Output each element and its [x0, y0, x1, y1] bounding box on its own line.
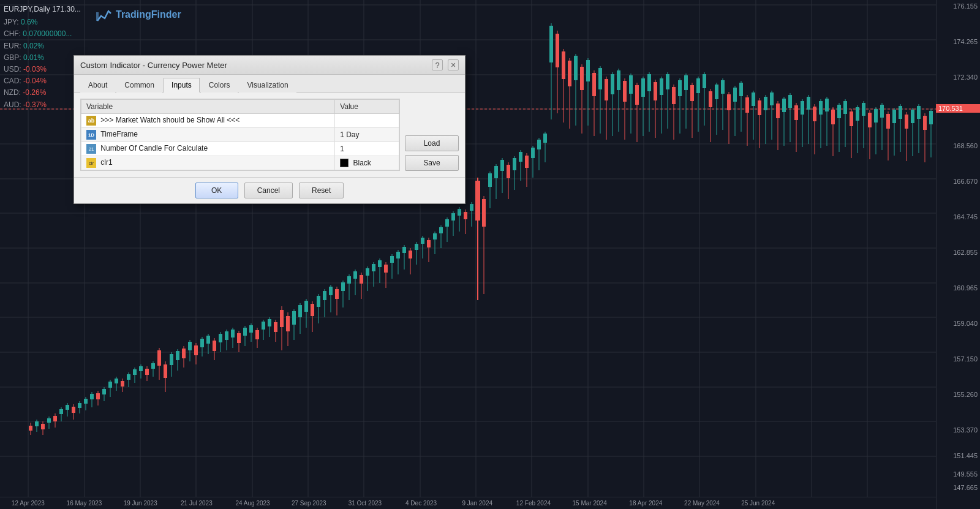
svg-rect-174: [464, 212, 467, 219]
svg-rect-246: [696, 78, 700, 93]
table-row[interactable]: 21 Number Of Candle For Calculate 1: [81, 142, 399, 156]
svg-rect-234: [660, 78, 663, 95]
price-159: 159.040: [953, 320, 978, 327]
svg-rect-160: [421, 238, 424, 244]
price-149: 149.555: [953, 470, 978, 478]
icon-timeframe: 1D: [86, 130, 96, 140]
svg-rect-214: [598, 68, 602, 89]
svg-rect-72: [151, 363, 155, 369]
svg-rect-308: [886, 114, 890, 129]
params-table-container: Variable Value ab >>> Market Watch shoul…: [80, 99, 400, 171]
info-panel: EURJPY,Daily 171.30... JPY: 0.6% CHF: 0.…: [4, 4, 81, 111]
svg-rect-322: [929, 111, 933, 124]
dialog-main: Variable Value ab >>> Market Watch shoul…: [74, 92, 465, 177]
svg-rect-88: [200, 339, 204, 347]
table-row[interactable]: 1D TimeFrame 1 Day: [81, 128, 399, 142]
currency-jpy: JPY: 0.6%: [4, 17, 81, 28]
price-153: 153.370: [953, 426, 978, 434]
svg-rect-258: [733, 88, 737, 102]
svg-rect-204: [568, 61, 571, 86]
svg-rect-198: [549, 26, 553, 62]
dialog: Custom Indicator - Currency Power Meter …: [74, 55, 466, 204]
tab-inputs[interactable]: Inputs: [164, 78, 200, 92]
currency-usd: USD: -0.03%: [4, 64, 81, 75]
svg-rect-38: [47, 418, 51, 423]
svg-rect-150: [390, 256, 394, 263]
date-may2024: 22 May 2024: [684, 500, 720, 507]
date-mar2024: 15 Mar 2024: [573, 500, 607, 507]
tab-about[interactable]: About: [80, 78, 115, 92]
svg-rect-324: [475, 181, 480, 221]
tab-colors[interactable]: Colors: [201, 78, 238, 92]
date-jan2024: 9 Jan 2024: [462, 500, 493, 507]
svg-rect-102: [243, 328, 247, 336]
tab-visualization[interactable]: Visualization: [239, 78, 296, 92]
svg-rect-206: [574, 56, 578, 80]
svg-rect-166: [439, 227, 443, 233]
svg-rect-84: [188, 342, 192, 350]
svg-rect-58: [108, 382, 112, 388]
svg-rect-278: [794, 105, 798, 120]
svg-rect-328: [96, 12, 99, 21]
svg-rect-128: [323, 291, 326, 300]
svg-rect-218: [611, 74, 614, 94]
svg-rect-110: [268, 319, 271, 326]
svg-rect-96: [225, 331, 228, 340]
cancel-button[interactable]: Cancel: [244, 183, 293, 198]
svg-rect-104: [249, 325, 253, 333]
svg-rect-122: [304, 301, 308, 312]
svg-rect-78: [170, 354, 173, 365]
symbol-label: EURJPY,Daily 171.30...: [4, 4, 81, 15]
date-feb2024: 12 Feb 2024: [516, 500, 551, 507]
svg-rect-74: [157, 350, 161, 366]
load-button[interactable]: Load: [405, 135, 459, 151]
svg-rect-62: [121, 381, 124, 386]
svg-rect-146: [378, 260, 382, 267]
svg-rect-186: [513, 158, 516, 170]
svg-rect-32: [29, 426, 32, 431]
svg-rect-106: [255, 330, 259, 339]
svg-rect-240: [678, 80, 682, 96]
var-cell-4: clr clr1: [81, 156, 335, 170]
svg-rect-326: [482, 199, 486, 227]
price-160: 160.965: [953, 284, 978, 292]
table-row[interactable]: clr clr1 Black: [81, 156, 399, 170]
price-172: 172.340: [953, 74, 978, 81]
svg-rect-266: [758, 100, 761, 115]
svg-rect-48: [78, 403, 81, 408]
svg-rect-272: [776, 104, 780, 118]
svg-rect-44: [66, 405, 69, 410]
var-label-1: >>> Market Watch should be Show All <<<: [100, 116, 239, 124]
date-jun2023: 19 Jun 2023: [124, 500, 157, 507]
currency-eur: EUR: 0.02%: [4, 40, 81, 52]
svg-rect-286: [819, 101, 823, 115]
price-axis: 176.155 174.265 172.340 170.531 168.560 …: [936, 0, 980, 509]
dialog-close-button[interactable]: ×: [448, 59, 459, 70]
svg-rect-264: [752, 92, 755, 106]
table-row[interactable]: ab >>> Market Watch should be Show All <…: [81, 114, 399, 128]
date-apr2024: 18 Apr 2024: [629, 500, 662, 507]
svg-rect-70: [145, 369, 149, 375]
ok-button[interactable]: OK: [195, 183, 238, 198]
val-cell-4[interactable]: Black: [335, 156, 399, 170]
svg-rect-256: [727, 94, 731, 110]
dialog-help-button[interactable]: ?: [432, 59, 443, 70]
reset-button[interactable]: Reset: [299, 183, 344, 198]
svg-rect-202: [562, 51, 565, 79]
date-may2023: 16 May 2023: [67, 500, 102, 507]
svg-rect-36: [41, 424, 45, 429]
col-value: Value: [335, 100, 399, 114]
svg-rect-290: [831, 110, 835, 124]
val-cell-3[interactable]: 1: [335, 142, 399, 156]
save-button[interactable]: Save: [405, 155, 459, 171]
svg-rect-176: [470, 204, 473, 211]
val-cell-2[interactable]: 1 Day: [335, 128, 399, 142]
svg-rect-60: [115, 379, 118, 383]
svg-rect-200: [556, 34, 559, 67]
svg-rect-306: [880, 105, 884, 118]
tab-common[interactable]: Common: [116, 78, 162, 92]
svg-rect-226: [635, 85, 639, 105]
svg-rect-82: [182, 349, 186, 358]
logo-area: TradingFinder: [95, 6, 181, 23]
svg-rect-172: [458, 209, 461, 216]
